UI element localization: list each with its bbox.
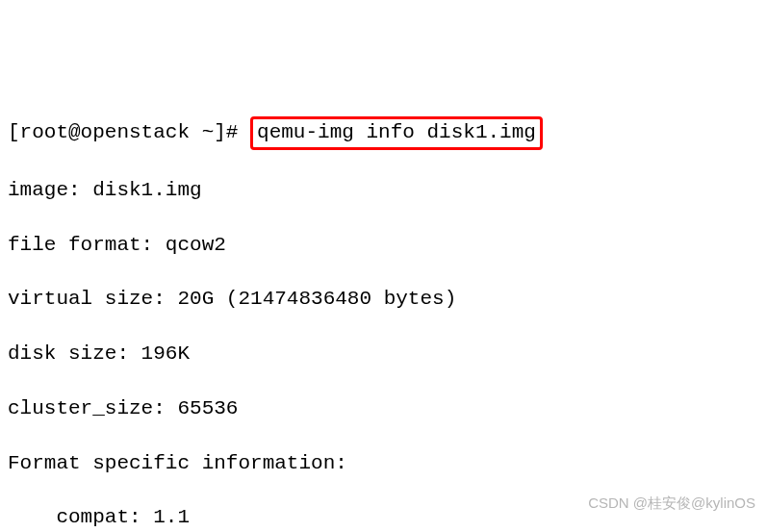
output-fsi1: Format specific information: — [8, 450, 759, 477]
output-csize1: cluster_size: 65536 — [8, 395, 759, 422]
output-vsize1: virtual size: 20G (21474836480 bytes) — [8, 286, 759, 313]
output-image1: image: disk1.img — [8, 177, 759, 204]
command-text: qemu-img info disk1.img — [257, 121, 536, 143]
output-dsize1: disk size: 196K — [8, 341, 759, 367]
shell-prompt: [root@openstack ~]# — [8, 121, 250, 143]
terminal-line-prompt1: [root@openstack ~]# qemu-img info disk1.… — [8, 116, 759, 149]
output-format1: file format: qcow2 — [8, 232, 759, 259]
output-compat1: compat: 1.1 — [8, 504, 759, 531]
highlighted-command-1: qemu-img info disk1.img — [250, 116, 543, 149]
